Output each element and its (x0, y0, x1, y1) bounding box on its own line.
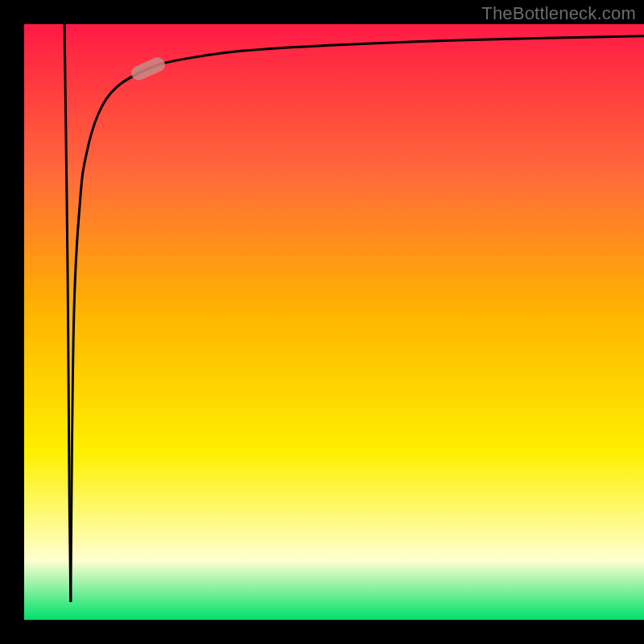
attribution-text: TheBottleneck.com (481, 3, 636, 24)
y-axis-band (0, 0, 24, 644)
plot-background (24, 24, 644, 620)
x-axis-band (0, 620, 644, 644)
bottleneck-chart (0, 0, 644, 644)
